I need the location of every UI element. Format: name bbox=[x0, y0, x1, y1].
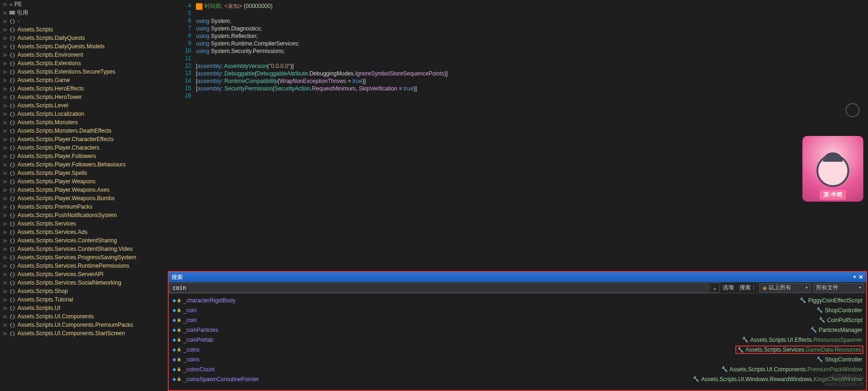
namespace-item[interactable]: ▷{}Assets.Scripts.Monsters.DeathEffects bbox=[2, 127, 166, 135]
class-icon: 🔧 bbox=[693, 376, 699, 382]
lock-icon: 🔒 bbox=[177, 347, 181, 352]
search-result-type[interactable]: 🔧ShopController bbox=[692, 354, 862, 364]
search-result-field[interactable]: ◆🔒_coin bbox=[172, 305, 684, 315]
search-input[interactable] bbox=[169, 283, 708, 293]
search-panel: 搜索 ▼ ✕ ⌄ 选项 搜索： ◈以上所有▾ 所有文件▾ ◆🔒_characte… bbox=[168, 271, 867, 391]
namespace-item[interactable]: ▷{}Assets.Scripts.Level bbox=[2, 101, 166, 110]
namespace-item[interactable]: ▷{}Assets.Scripts.UI.Components.StartScr… bbox=[2, 329, 166, 338]
search-bar: ⌄ 选项 搜索： ◈以上所有▾ 所有文件▾ bbox=[169, 282, 866, 293]
search-result-type[interactable]: 🔧Assets.Scripts.Services.GameData.Resour… bbox=[692, 345, 862, 354]
search-result-type[interactable]: 🔧Assets.Scripts.UI.Effects.ResourcesSpaw… bbox=[692, 335, 862, 345]
namespace-item[interactable]: ▷{}Assets.Scripts.Player.CharacterEffect… bbox=[2, 135, 166, 143]
lock-icon: 🔒 bbox=[177, 298, 181, 302]
namespace-item[interactable]: ▷{}Assets.Scripts.Monsters bbox=[2, 118, 166, 127]
namespace-item[interactable]: ▷{}Assets.Scripts.Services.ProgressSavin… bbox=[2, 253, 166, 262]
namespace-item[interactable]: ▷{}Assets.Scripts.Services.RuntimePermis… bbox=[2, 262, 166, 270]
search-result-field[interactable]: ◆🔒_coins bbox=[172, 354, 684, 364]
options-label: 选项 bbox=[723, 284, 734, 292]
class-icon: 🔧 bbox=[816, 356, 823, 362]
search-result-type[interactable]: 🔧ParticlesManager bbox=[692, 325, 862, 335]
namespace-item[interactable]: ▷{}Assets.Scripts.HeroEffects bbox=[2, 84, 166, 93]
namespace-item[interactable]: ▷{}Assets.Scripts.Extentions bbox=[2, 59, 166, 68]
search-result-field[interactable]: ◆🔒_coinsCount bbox=[172, 364, 684, 374]
namespace-item[interactable]: ▷{}Assets.Scripts bbox=[2, 25, 166, 34]
options-toggle-icon[interactable]: ⌄ bbox=[710, 283, 720, 293]
search-scope-label: 搜索： bbox=[740, 284, 756, 292]
namespace-item[interactable]: ▷{}Assets.Scripts.Player.Weapons.Axes bbox=[2, 186, 166, 194]
lock-icon: 🔒 bbox=[177, 328, 181, 332]
search-title: 搜索 bbox=[172, 273, 853, 281]
namespace-item[interactable]: ▷{}Assets.Scripts.Shop bbox=[2, 287, 166, 295]
namespace-item[interactable]: ▷{}Assets.Scripts.PushNotificationsSyste… bbox=[2, 211, 166, 219]
namespace-item[interactable]: ▷{}Assets.Scripts.Player.Weapons bbox=[2, 177, 166, 186]
class-icon: 🔧 bbox=[721, 366, 728, 372]
lock-icon: 🔒 bbox=[177, 338, 181, 342]
namespace-item[interactable]: ▷{}Assets.Scripts.Extentions.SecureTypes bbox=[2, 68, 166, 76]
close-icon[interactable]: ✕ bbox=[859, 274, 863, 280]
search-result-type[interactable]: 🔧Assets.Scripts.UI.Components.PremiumPac… bbox=[692, 364, 862, 374]
tree-references[interactable]: ▷引用 bbox=[2, 8, 166, 17]
cube-icon: ◈ bbox=[763, 285, 767, 291]
files-dropdown[interactable]: 所有文件▾ bbox=[813, 283, 864, 293]
search-result-field[interactable]: ◆🔒_coinsSpawnCoroutinePointer bbox=[172, 374, 684, 384]
search-result-field[interactable]: ◆🔒_coins bbox=[172, 345, 684, 354]
field-icon: ◆ bbox=[172, 308, 176, 313]
class-icon: 🔧 bbox=[816, 307, 823, 313]
namespace-item[interactable]: ▷{}Assets.Scripts.UI bbox=[2, 304, 166, 312]
class-icon: 🔧 bbox=[819, 317, 825, 323]
search-header[interactable]: 搜索 ▼ ✕ bbox=[169, 272, 866, 282]
settings-gear-icon[interactable] bbox=[846, 103, 860, 117]
class-icon: 🔧 bbox=[742, 337, 748, 343]
namespace-item[interactable]: ▷{}Assets.Scripts.Player.Weapons.Bombs bbox=[2, 194, 166, 203]
search-result-field[interactable]: ◆🔒_characterRigidBody bbox=[172, 295, 684, 305]
namespace-item[interactable]: ▷{}Assets.Scripts.Player.Followers bbox=[2, 152, 166, 160]
search-result-field[interactable]: ◆🔒_coinParticles bbox=[172, 325, 684, 335]
namespace-item[interactable]: ▷{}Assets.Scripts.UI.Components bbox=[2, 312, 166, 321]
namespace-item[interactable]: ▷{}Assets.Scripts.Services.ServerAPI bbox=[2, 270, 166, 278]
search-result-field[interactable]: ◆🔒_coin bbox=[172, 315, 684, 325]
search-result-type[interactable]: 🔧PiggyCoinEffectScript bbox=[692, 295, 862, 305]
field-icon: ◆ bbox=[172, 337, 176, 342]
search-result-type[interactable]: 🔧Assets.Scripts.UI.Windows.RewardWindows… bbox=[692, 374, 862, 384]
class-icon: 🔧 bbox=[737, 347, 744, 353]
field-icon: ◆ bbox=[172, 298, 176, 303]
field-icon: ◆ bbox=[172, 317, 176, 323]
collapse-icon[interactable]: ▼ bbox=[853, 275, 857, 279]
namespace-item[interactable]: ▷{}Assets.Scripts.Services.Ads bbox=[2, 228, 166, 236]
search-result-type[interactable]: 🔧CoinPullScript bbox=[692, 315, 862, 325]
namespace-item[interactable]: ▷{}Assets.Scripts.Game bbox=[2, 76, 166, 84]
tree-dash[interactable]: ▷{}- bbox=[2, 17, 166, 25]
tree-pe[interactable]: ▷▫PE bbox=[2, 0, 166, 8]
field-icon: ◆ bbox=[172, 347, 176, 352]
namespace-tree: ▷▫PE ▷引用 ▷{}- ▷{}Assets.Scripts▷{}Assets… bbox=[0, 0, 168, 391]
search-result-field[interactable]: ◆🔒_coinPrefab bbox=[172, 335, 684, 345]
scope-dropdown[interactable]: ◈以上所有▾ bbox=[759, 283, 811, 293]
namespace-item[interactable]: ▷{}Assets.Scripts.Player.Characters bbox=[2, 143, 166, 152]
class-icon: 🔧 bbox=[800, 297, 806, 303]
namespace-item[interactable]: ▷{}Assets.Scripts.HeroTower bbox=[2, 93, 166, 101]
namespace-item[interactable]: ▷{}Assets.Scripts.Localization bbox=[2, 110, 166, 118]
lock-icon: 🔒 bbox=[177, 377, 181, 381]
namespace-item[interactable]: ▷{}Assets.Scripts.Tutorial bbox=[2, 295, 166, 304]
search-result-type[interactable]: 🔧ShopController bbox=[692, 305, 862, 315]
namespace-item[interactable]: ▷{}Assets.Scripts.Player.Spells bbox=[2, 169, 166, 177]
namespace-item[interactable]: ▷{}Assets.Scripts.UI.Components.PremiumP… bbox=[2, 321, 166, 329]
namespace-item[interactable]: ▷{}Assets.Scripts.DailyQuests bbox=[2, 34, 166, 42]
avatar-label: 英·半简 bbox=[820, 190, 846, 200]
namespace-item[interactable]: ▷{}Assets.Scripts.Player.Followers.Behav… bbox=[2, 160, 166, 169]
mascot-avatar: 英·半简 bbox=[802, 136, 863, 202]
references-icon bbox=[9, 11, 15, 15]
namespace-item[interactable]: ▷{}Assets.Scripts.Services.SocialNetwork… bbox=[2, 278, 166, 287]
namespace-item[interactable]: ▷{}Assets.Scripts.Enviroment bbox=[2, 51, 166, 59]
search-results-right: 🔧PiggyCoinEffectScript🔧ShopController🔧Co… bbox=[688, 293, 866, 390]
field-icon: ◆ bbox=[172, 357, 176, 362]
namespace-item[interactable]: ▷{}Assets.Scripts.Services.ContentSharin… bbox=[2, 236, 166, 245]
namespace-item[interactable]: ▷{}Assets.Scripts.Services.ContentSharin… bbox=[2, 245, 166, 253]
namespace-item[interactable]: ▷{}Assets.Scripts.PremiumPacks bbox=[2, 203, 166, 211]
lock-icon: 🔒 bbox=[177, 308, 181, 312]
namespace-item[interactable]: ▷{}Assets.Scripts.Services bbox=[2, 219, 166, 228]
field-icon: ◆ bbox=[172, 367, 176, 372]
field-icon: ◆ bbox=[172, 327, 176, 332]
namespace-item[interactable]: ▷{}Assets.Scripts.DailyQuests.Models bbox=[2, 42, 166, 51]
class-icon: 🔧 bbox=[810, 327, 817, 333]
